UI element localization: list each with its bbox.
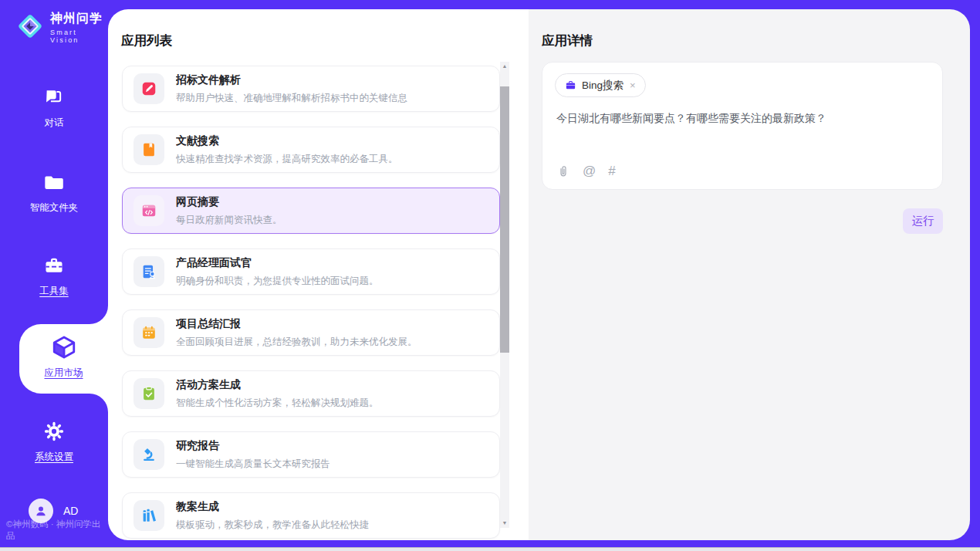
- clipboard-check-icon: [133, 378, 164, 409]
- bump-notch-bottom: [90, 394, 108, 412]
- app-list-title: 应用列表: [121, 32, 172, 49]
- brand-logo: 神州问学 Smart Vision: [15, 11, 108, 44]
- tool-tag-label: Bing搜索: [582, 79, 623, 93]
- edit-square-icon: [133, 73, 164, 104]
- sidebar-item-app-market[interactable]: 应用市场: [19, 324, 108, 394]
- app-card[interactable]: 研究报告 一键智能生成高质量长文本研究报告: [122, 431, 500, 478]
- app-name: 活动方案生成: [176, 378, 379, 392]
- hashtag-icon[interactable]: #: [608, 164, 615, 179]
- app-list-scrollbar[interactable]: ▲ ▼: [500, 62, 509, 528]
- app-detail-panel: 应用详情 Bing搜索 × 今日湖北有哪些新闻要点？有哪些需要关注的最新政策？ …: [529, 9, 970, 540]
- gear-icon: [43, 421, 65, 442]
- app-name: 研究报告: [176, 439, 330, 453]
- bump-notch-top: [90, 306, 108, 324]
- sidebar-item-label: 工具集: [0, 285, 108, 298]
- brand-subtitle: Smart Vision: [50, 29, 108, 44]
- sidebar-item-chat[interactable]: 对话: [0, 86, 108, 130]
- sidebar: 神州问学 Smart Vision 对话 智能文件夹: [0, 0, 108, 551]
- scrollbar-thumb[interactable]: [500, 86, 509, 353]
- app-name: 网页摘要: [176, 195, 282, 209]
- app-desc: 全面回顾项目进展，总结经验教训，助力未来优化发展。: [176, 336, 417, 349]
- app-desc: 明确身份和职责，为您提供专业性的面试问题。: [176, 275, 379, 288]
- microscope-icon: [133, 439, 164, 470]
- app-card-list: 招标文件解析 帮助用户快速、准确地理解和解析招标书中的关键信息 文献搜索 快速精…: [122, 66, 500, 539]
- prompt-card: Bing搜索 × 今日湖北有哪些新闻要点？有哪些需要关注的最新政策？ @ #: [542, 62, 943, 190]
- mention-icon[interactable]: @: [583, 164, 596, 179]
- app-card[interactable]: 教案生成 模板驱动，教案秒成，教学准备从此轻松快捷: [122, 492, 500, 539]
- close-icon[interactable]: ×: [630, 79, 636, 91]
- sidebar-item-toolset[interactable]: 工具集: [0, 255, 108, 298]
- app-card[interactable]: 文献搜索 快速精准查找学术资源，提高研究效率的必备工具。: [122, 127, 500, 173]
- book-icon: [133, 134, 164, 165]
- scroll-up-icon[interactable]: ▲: [500, 62, 509, 71]
- tool-tag-bing[interactable]: Bing搜索 ×: [555, 73, 646, 97]
- app-desc: 一键智能生成高质量长文本研究报告: [176, 458, 330, 471]
- app-card[interactable]: 活动方案生成 智能生成个性化活动方案，轻松解决规划难题。: [122, 370, 500, 417]
- brand-name: 神州问学: [50, 11, 108, 27]
- app-card[interactable]: 产品经理面试官 明确身份和职责，为您提供专业性的面试问题。: [122, 248, 500, 295]
- toolbox-icon: [43, 255, 65, 276]
- browser-code-icon: [133, 195, 164, 226]
- app-desc: 每日政府新闻资讯快查。: [176, 214, 282, 227]
- interview-doc-icon: [133, 256, 164, 287]
- attachment-toolbar: @ #: [556, 164, 616, 179]
- app-card[interactable]: 招标文件解析 帮助用户快速、准确地理解和解析招标书中的关键信息: [122, 66, 500, 112]
- content-area: 应用列表 招标文件解析 帮助用户快速、准确地理解和解析招标书中的关键信息 文献搜…: [108, 9, 970, 540]
- app-name: 文献搜索: [176, 134, 398, 148]
- app-list-panel: 应用列表 招标文件解析 帮助用户快速、准确地理解和解析招标书中的关键信息 文献搜…: [108, 9, 529, 540]
- calendar-icon: [133, 317, 164, 348]
- books-icon: [133, 500, 164, 531]
- cube-icon: [51, 334, 77, 360]
- app-desc: 模板驱动，教案秒成，教学准备从此轻松快捷: [176, 519, 369, 532]
- scroll-down-icon[interactable]: ▼: [500, 519, 509, 528]
- app-detail-title: 应用详情: [542, 32, 593, 49]
- user-name: AD: [63, 505, 78, 517]
- sidebar-item-label: 系统设置: [0, 451, 108, 464]
- app-card[interactable]: 项目总结汇报 全面回顾项目进展，总结经验教训，助力未来优化发展。: [122, 309, 500, 356]
- prompt-text-input[interactable]: 今日湖北有哪些新闻要点？有哪些需要关注的最新政策？: [556, 112, 927, 126]
- sidebar-item-label: 对话: [0, 117, 108, 130]
- briefcase-icon: [565, 79, 576, 91]
- app-name: 教案生成: [176, 500, 369, 514]
- sidebar-item-label: 智能文件夹: [0, 201, 108, 215]
- sidebar-item-settings[interactable]: 系统设置: [0, 421, 108, 464]
- chat-icon: [43, 86, 65, 108]
- app-card-selected[interactable]: 网页摘要 每日政府新闻资讯快查。: [122, 188, 500, 234]
- app-desc: 帮助用户快速、准确地理解和解析招标书中的关键信息: [176, 92, 407, 105]
- app-desc: 快速精准查找学术资源，提高研究效率的必备工具。: [176, 153, 398, 166]
- app-name: 项目总结汇报: [176, 317, 417, 331]
- sidebar-item-label: 应用市场: [19, 367, 108, 380]
- paperclip-icon[interactable]: [556, 164, 570, 178]
- run-button[interactable]: 运行: [903, 208, 943, 234]
- diamond-logo-icon: [15, 12, 45, 44]
- folder-icon: [43, 171, 65, 193]
- app-desc: 智能生成个性化活动方案，轻松解决规划难题。: [176, 397, 379, 410]
- sidebar-item-smart-folder[interactable]: 智能文件夹: [0, 171, 108, 215]
- copyright-footer: ©神州数码 · 神州问学出品: [6, 519, 108, 542]
- window-bottom-edge: [0, 547, 980, 551]
- app-name: 产品经理面试官: [176, 256, 379, 270]
- app-name: 招标文件解析: [176, 73, 407, 87]
